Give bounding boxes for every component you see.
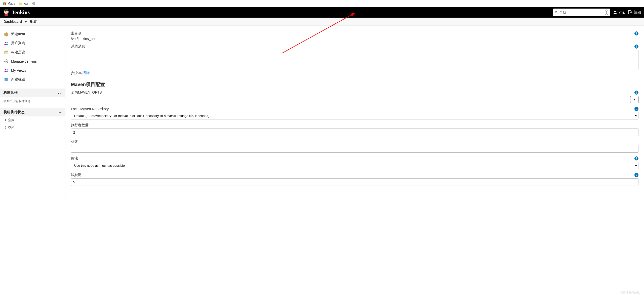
labels-input[interactable] bbox=[71, 145, 638, 153]
main-content: 主目录 ? /var/jenkins_home 系统消息 ? [纯文本] 预览 … bbox=[65, 26, 644, 199]
help-icon[interactable]: ? bbox=[634, 107, 638, 111]
jenkins-mascot-icon bbox=[3, 9, 10, 16]
folder-icon bbox=[18, 2, 22, 5]
people-icon bbox=[4, 68, 9, 73]
help-icon[interactable]: ? bbox=[634, 45, 638, 49]
username: vhai bbox=[619, 10, 625, 14]
system-message-label: 系统消息 bbox=[71, 44, 85, 49]
help-icon[interactable]: ? bbox=[634, 156, 638, 160]
sidebar-item-build-history[interactable]: 构建历史 bbox=[0, 48, 65, 57]
box-icon bbox=[4, 32, 9, 36]
breadcrumb: Dashboard ▶ 配置 bbox=[0, 18, 644, 26]
help-icon[interactable]: ? bbox=[634, 91, 638, 95]
executor-id: 1 bbox=[5, 118, 6, 122]
gear-icon bbox=[4, 59, 9, 64]
svg-point-7 bbox=[7, 11, 8, 12]
chevron-up-icon: ︿ bbox=[58, 91, 62, 95]
svg-marker-2 bbox=[5, 2, 6, 5]
svg-point-13 bbox=[5, 42, 6, 43]
svg-line-25 bbox=[5, 62, 5, 63]
executors-input[interactable] bbox=[71, 129, 638, 136]
jenkins-logo[interactable]: Jenkins bbox=[3, 9, 30, 16]
search-help-icon[interactable]: ? bbox=[605, 10, 609, 15]
bookmark-label: vae bbox=[23, 2, 28, 5]
globe-icon bbox=[32, 2, 35, 5]
preview-link[interactable]: 预览 bbox=[84, 71, 90, 75]
build-queue-header[interactable]: 构建队列 ︿ bbox=[0, 89, 65, 97]
svg-point-27 bbox=[7, 69, 8, 71]
svg-point-11 bbox=[614, 11, 616, 12]
sidebar-item-new[interactable]: 新建Item bbox=[0, 30, 65, 39]
svg-line-23 bbox=[7, 62, 8, 63]
home-dir-value: /var/jenkins_home bbox=[71, 37, 638, 41]
sidebar-item-people[interactable]: 用户列表 bbox=[0, 39, 65, 48]
svg-point-26 bbox=[5, 69, 6, 70]
sidebar-item-label: 新建视图 bbox=[11, 77, 25, 82]
people-icon bbox=[4, 41, 9, 46]
bookmark-label: Maps bbox=[8, 2, 15, 5]
usage-label: 用法 bbox=[71, 156, 78, 161]
section-label: 构建队列 bbox=[4, 91, 18, 95]
local-repo-select[interactable]: Default ("~/.m2/repository", or the valu… bbox=[71, 112, 638, 119]
executor-status: 空闲 bbox=[8, 126, 15, 130]
section-label: 构建执行状态 bbox=[4, 110, 25, 114]
search-input[interactable] bbox=[559, 10, 603, 14]
sidebar-item-label: Manage Jenkins bbox=[11, 59, 37, 63]
sidebar-item-my-views[interactable]: My Views bbox=[0, 66, 65, 75]
home-dir-label: 主目录 bbox=[71, 31, 82, 36]
executor-id: 2 bbox=[5, 126, 6, 130]
svg-point-14 bbox=[7, 42, 8, 44]
executor-row: 2 空闲 bbox=[0, 124, 65, 132]
svg-rect-5 bbox=[5, 9, 8, 11]
svg-rect-16 bbox=[5, 51, 8, 52]
build-queue-empty: 队列中没有构建任务 bbox=[0, 97, 65, 105]
logout-icon bbox=[628, 10, 632, 15]
user-menu[interactable]: vhai bbox=[613, 10, 625, 15]
build-executor-header[interactable]: 构建执行状态 ︿ bbox=[0, 108, 65, 116]
jenkins-header: Jenkins ? vhai 注销 bbox=[0, 7, 644, 18]
svg-point-17 bbox=[6, 61, 7, 62]
executors-label: 执行者数量 bbox=[71, 123, 89, 128]
triangle-down-icon: ▼ bbox=[633, 98, 636, 101]
search-box[interactable]: ? bbox=[553, 9, 610, 16]
plain-text-label: [纯文本] bbox=[71, 71, 83, 75]
labels-label: 标签 bbox=[71, 140, 78, 144]
bookmark-maps[interactable]: Maps bbox=[3, 2, 15, 5]
svg-line-10 bbox=[557, 13, 557, 14]
browser-bookmarks-bar: Maps vae bbox=[0, 0, 644, 7]
maven-opts-label: 全局MAVEN_OPTS bbox=[71, 90, 102, 95]
sidebar-item-new-view[interactable]: 新建视图 bbox=[0, 75, 65, 84]
bookmark-globe[interactable] bbox=[32, 2, 35, 5]
user-icon bbox=[613, 10, 617, 15]
svg-point-6 bbox=[5, 11, 6, 12]
executor-status: 空闲 bbox=[8, 118, 15, 122]
breadcrumb-item[interactable]: 配置 bbox=[30, 19, 37, 24]
sidebar-item-label: 构建历史 bbox=[11, 50, 25, 55]
svg-line-24 bbox=[7, 60, 8, 60]
logout-label: 注销 bbox=[634, 10, 641, 15]
system-message-textarea[interactable] bbox=[71, 50, 638, 70]
logout-button[interactable]: 注销 bbox=[628, 10, 641, 15]
local-repo-label: Local Maven Repository bbox=[71, 107, 109, 111]
help-icon[interactable]: ? bbox=[634, 31, 638, 35]
executor-row: 1 空闲 bbox=[0, 116, 65, 124]
brand-text: Jenkins bbox=[12, 9, 30, 16]
advanced-button[interactable]: ▼ bbox=[630, 96, 638, 103]
svg-rect-29 bbox=[5, 78, 6, 79]
maven-opts-input[interactable] bbox=[71, 96, 628, 103]
svg-rect-8 bbox=[5, 14, 8, 16]
breadcrumb-item[interactable]: Dashboard bbox=[4, 20, 22, 24]
usage-select[interactable]: Use this node as much as possible bbox=[71, 162, 638, 169]
sidebar-item-manage[interactable]: Manage Jenkins bbox=[0, 57, 65, 66]
folder-plus-icon bbox=[4, 77, 9, 82]
quiet-period-input[interactable] bbox=[71, 178, 638, 186]
calendar-icon bbox=[4, 50, 9, 55]
sidebar-item-label: 新建Item bbox=[11, 32, 25, 36]
search-icon bbox=[555, 10, 557, 14]
help-icon[interactable]: ? bbox=[634, 173, 638, 177]
bookmark-vae[interactable]: vae bbox=[18, 2, 28, 5]
breadcrumb-separator: ▶ bbox=[25, 20, 27, 23]
sidebar-item-label: My Views bbox=[11, 68, 26, 72]
maven-section-title: Maven项目配置 bbox=[71, 81, 638, 88]
maps-icon bbox=[3, 2, 6, 5]
